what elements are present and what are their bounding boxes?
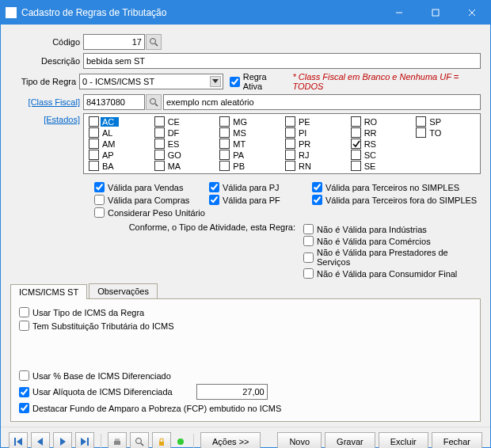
codigo-input[interactable] [83, 34, 145, 50]
excluir-button[interactable]: Excluir [379, 432, 428, 448]
gravar-button[interactable]: Gravar [325, 432, 375, 448]
tem-st-checkbox[interactable]: Tem Substituição Tributária do ICMS [19, 321, 472, 331]
svg-line-18 [141, 443, 143, 446]
state-checkbox-MS[interactable]: MS [219, 127, 279, 138]
state-checkbox-RS[interactable]: RS [351, 139, 410, 149]
considerar-peso-checkbox[interactable]: Considerar Peso Unitário [94, 207, 491, 218]
tab-observacoes[interactable]: Observações [89, 283, 158, 298]
state-checkbox-AP[interactable]: AP [89, 150, 148, 160]
search-icon [135, 437, 144, 446]
state-checkbox-empty [416, 150, 475, 160]
valida-pj-checkbox[interactable]: Válida para PJ [209, 182, 304, 192]
svg-rect-9 [14, 438, 16, 446]
lock-button[interactable] [152, 432, 171, 448]
tab-bar: ICMS/ICMS ST Observações [10, 283, 481, 299]
bottom-toolbar: Ações >> Novo Gravar Excluir Fechar [1, 427, 490, 448]
search-toolbar-button[interactable] [130, 432, 149, 448]
svg-marker-11 [37, 438, 43, 446]
maximize-button[interactable] [417, 1, 454, 25]
svg-rect-14 [87, 438, 89, 446]
state-checkbox-PB[interactable]: PB [219, 161, 279, 171]
state-checkbox-AL[interactable]: AL [89, 127, 148, 138]
chevron-down-icon [210, 76, 221, 87]
descricao-input[interactable] [83, 53, 481, 69]
svg-rect-1 [432, 9, 439, 16]
state-checkbox-MT[interactable]: MT [219, 139, 279, 149]
state-checkbox-PI[interactable]: PI [285, 127, 344, 138]
state-checkbox-empty [416, 161, 475, 171]
destacar-fcp-checkbox[interactable]: Destacar Fundo de Amparo a Pobreza (FCP)… [19, 403, 472, 413]
nao-valida-industrias-checkbox[interactable]: Não é Válida para Indústrias [303, 224, 481, 234]
svg-marker-10 [17, 438, 22, 446]
state-checkbox-ES[interactable]: ES [154, 139, 214, 149]
print-button[interactable] [108, 432, 127, 448]
state-checkbox-BA[interactable]: BA [89, 161, 148, 171]
nao-valida-comercios-checkbox[interactable]: Não é Válida para Comércios [303, 236, 481, 246]
activity-options: Não é Válida para Indústrias Não é Válid… [303, 224, 481, 279]
state-checkbox-AM[interactable]: AM [89, 139, 148, 149]
nav-first-button[interactable] [9, 432, 28, 448]
svg-marker-13 [81, 438, 86, 446]
tipo-regra-combo[interactable]: 0 - ICMS/ICMS ST [79, 74, 223, 89]
svg-rect-19 [159, 442, 164, 446]
state-checkbox-TO[interactable]: TO [416, 127, 475, 138]
fechar-button[interactable]: Fechar [432, 432, 482, 448]
novo-button[interactable]: Novo [277, 432, 322, 448]
tipo-regra-label: Tipo de Regra [10, 77, 79, 86]
usar-aliquota-checkbox[interactable]: Usar Alíquota de ICMS Diferenciada [19, 387, 173, 397]
state-checkbox-SC[interactable]: SC [351, 150, 410, 160]
svg-point-7 [150, 99, 156, 104]
state-checkbox-MA[interactable]: MA [154, 161, 214, 171]
state-checkbox-RN[interactable]: RN [285, 161, 344, 171]
nav-last-button[interactable] [75, 432, 94, 448]
state-checkbox-CE[interactable]: CE [154, 116, 214, 127]
state-checkbox-DF[interactable]: DF [154, 127, 214, 138]
titlebar: Cadastro de Regras de Tributação [1, 1, 490, 25]
close-button[interactable] [454, 1, 490, 25]
state-checkbox-AC[interactable]: AC [89, 116, 148, 127]
state-checkbox-RO[interactable]: RO [351, 116, 410, 127]
aliquota-input[interactable] [196, 384, 268, 400]
app-icon [6, 7, 17, 18]
codigo-search-button[interactable] [146, 34, 162, 50]
svg-point-4 [150, 39, 156, 44]
state-checkbox-MG[interactable]: MG [219, 116, 279, 127]
regra-ativa-checkbox[interactable]: Regra Ativa [230, 72, 285, 91]
minimize-button[interactable] [381, 1, 417, 25]
separator [101, 434, 101, 448]
states-box: ACCEMGPEROSPALDFMSPIRRTOAMESMTPRRSAPGOPA… [83, 113, 481, 174]
svg-rect-15 [114, 441, 120, 445]
estados-link[interactable]: [Estados] [44, 115, 80, 124]
valida-pf-checkbox[interactable]: Válida para PF [209, 195, 304, 205]
state-checkbox-SE[interactable]: SE [351, 161, 410, 171]
usar-tipo-icms-checkbox[interactable]: Usar Tipo de ICMS da Regra [19, 307, 472, 317]
state-checkbox-RR[interactable]: RR [351, 127, 410, 138]
search-icon [149, 37, 158, 47]
state-checkbox-PE[interactable]: PE [285, 116, 344, 127]
nav-prev-button[interactable] [31, 432, 50, 448]
tab-icms[interactable]: ICMS/ICMS ST [10, 284, 87, 299]
state-checkbox-GO[interactable]: GO [154, 150, 214, 160]
valida-vendas-checkbox[interactable]: Válida para Vendas [94, 182, 201, 192]
nao-valida-consumidor-checkbox[interactable]: Não é Válida para Consumidor Final [303, 268, 481, 279]
valida-terceiros-simples-checkbox[interactable]: Válida para Terceiros no SIMPLES [312, 182, 491, 192]
separator [193, 434, 194, 448]
usar-pct-base-checkbox[interactable]: Usar % Base de ICMS Diferenciado [19, 370, 472, 381]
window-title: Cadastro de Regras de Tributação [21, 7, 381, 18]
valida-terceiros-fora-checkbox[interactable]: Válida para Terceiros fora do SIMPLES [312, 195, 491, 205]
nao-valida-prestadores-checkbox[interactable]: Não é Válida para Prestadores de Serviço… [303, 248, 481, 267]
class-fiscal-link[interactable]: [Class Fiscal] [29, 97, 80, 107]
valida-compras-checkbox[interactable]: Válida para Compras [94, 195, 201, 205]
svg-point-17 [136, 439, 142, 444]
class-fiscal-desc[interactable] [163, 94, 481, 110]
class-fiscal-search-button[interactable] [146, 94, 162, 110]
class-fiscal-input[interactable] [83, 94, 145, 110]
state-checkbox-SP[interactable]: SP [416, 116, 475, 127]
state-checkbox-PA[interactable]: PA [219, 150, 279, 160]
state-checkbox-PR[interactable]: PR [285, 139, 344, 149]
acoes-button[interactable]: Ações >> [200, 432, 261, 448]
lock-icon [157, 437, 166, 446]
svg-rect-16 [115, 439, 120, 441]
nav-next-button[interactable] [53, 432, 72, 448]
state-checkbox-RJ[interactable]: RJ [285, 150, 344, 160]
